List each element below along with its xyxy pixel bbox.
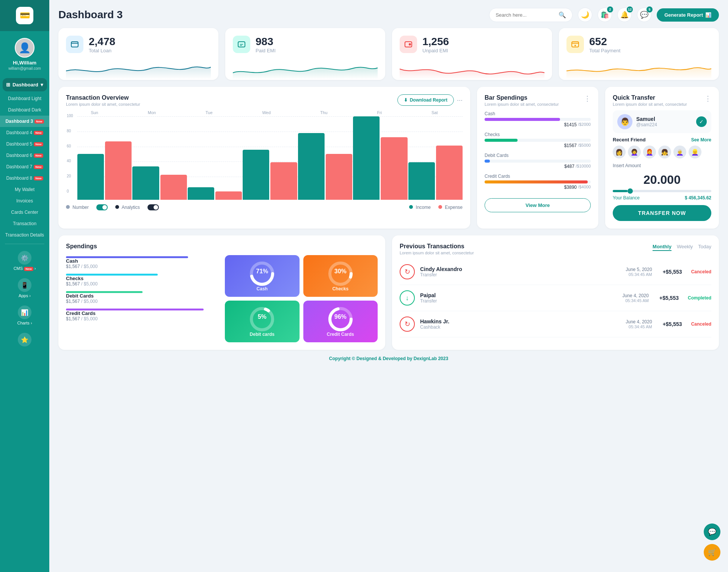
bar-mon-coral: [160, 175, 187, 200]
sidebar-item-transaction[interactable]: Transaction: [0, 218, 49, 229]
sidebar: 💳 👤 Hi,William william@gmail.com ⊞ Dashb…: [0, 0, 49, 572]
bottom-grid: Spendings Cash $1,567 / $5,000 Checks $1…: [58, 235, 719, 350]
transfer-now-button[interactable]: TRANSFER NOW: [613, 205, 711, 221]
bar-group-wed: [243, 116, 297, 200]
donut-debit-pct: 5%: [258, 313, 267, 320]
moon-icon: 🌙: [581, 11, 589, 19]
tab-monthly[interactable]: Monthly: [653, 243, 672, 251]
donut-cards-grid: 71% Cash 30% Checks: [225, 255, 378, 342]
number-toggle[interactable]: [96, 204, 108, 210]
generate-label: Generate Report: [664, 12, 703, 18]
analytics-toggle[interactable]: [147, 204, 159, 210]
donut-cash-pct: 71%: [256, 268, 268, 275]
chat-btn[interactable]: 💬 5: [637, 8, 651, 22]
trans-date-cindy: June 5, 2020 05:34:45 AM: [626, 267, 652, 277]
debit-bar-fill: [485, 160, 490, 163]
see-more-link[interactable]: See More: [691, 137, 711, 143]
balance-label: Your Balance: [613, 195, 640, 201]
unpaid-emi-icon: [400, 36, 417, 53]
sidebar-item-dashboard-4[interactable]: Dashboard 4 New: [0, 127, 49, 138]
total-loan-icon: [66, 36, 83, 53]
balance-value: $ 456,345.62: [685, 195, 711, 201]
sidebar-item-dashboard-6[interactable]: Dashboard 6 New: [0, 150, 49, 161]
sidebar-item-cms[interactable]: ⚙️ CMS New ›: [3, 247, 47, 274]
chat-icon: 💬: [640, 11, 648, 19]
total-payment-value: 652: [589, 36, 620, 48]
more-options-btn[interactable]: ···: [457, 96, 463, 104]
dashboard-toggle-btn[interactable]: ⊞ Dashboard ▾: [3, 78, 47, 91]
bs-more-btn[interactable]: ⋮: [584, 94, 591, 103]
analytics-legend: Analytics: [115, 205, 140, 210]
total-payment-label: Total Payment: [589, 48, 620, 53]
slider-thumb: [628, 188, 633, 194]
donut-credit: 96% Credit Cards: [303, 301, 378, 342]
donut-credit-label: Credit Cards: [327, 332, 354, 337]
trans-status-cindy: Canceled: [691, 269, 711, 274]
sidebar-item-charts[interactable]: 📊 Charts ›: [3, 302, 47, 329]
tab-today[interactable]: Today: [698, 243, 711, 251]
view-more-button[interactable]: View More: [485, 198, 591, 212]
sidebar-item-invoices[interactable]: Invoices: [0, 195, 49, 207]
sidebar-user: 👤 Hi,William william@gmail.com: [8, 31, 41, 74]
sidebar-item-wallet[interactable]: My Wallet: [0, 184, 49, 195]
debit-bar-track: [485, 160, 591, 163]
trans-amount-cindy: +$5,553: [663, 269, 682, 275]
support-float-btn[interactable]: 💬: [704, 523, 720, 540]
grid-icon: ⊞: [6, 82, 10, 88]
search-bar: 🔍: [489, 8, 573, 22]
sidebar-item-transaction-details[interactable]: Transaction Details: [0, 229, 49, 241]
sidebar-item-dashboard-3[interactable]: Dashboard 3 New: [0, 116, 49, 127]
friend-4[interactable]: 👧: [658, 146, 671, 158]
avatar: 👤: [15, 38, 35, 58]
pt-header: Previous Transactions Lorem ipsum dolor …: [400, 243, 711, 255]
sidebar-item-dashboard-8[interactable]: Dashboard 8 New: [0, 172, 49, 184]
qt-more-btn[interactable]: ⋮: [704, 94, 711, 103]
credit-amount: $3890 /$4000: [485, 185, 591, 190]
spendings-title: Spendings: [66, 243, 378, 250]
tab-weekly[interactable]: Weekly: [677, 243, 693, 251]
bell-btn[interactable]: 🔔 12: [617, 8, 632, 22]
moon-btn[interactable]: 🌙: [578, 8, 592, 22]
credit-bar-fill: [485, 180, 588, 183]
balance-row: Your Balance $ 456,345.62: [613, 195, 711, 201]
friend-6[interactable]: 👱‍♀️: [689, 146, 701, 158]
checks-bar-fill: [485, 139, 518, 142]
bar-fri-teal: [353, 116, 380, 200]
sidebar-item-favorites[interactable]: ⭐: [3, 329, 47, 352]
sidebar-item-dashboard-5[interactable]: Dashboard 5 New: [0, 138, 49, 150]
bar-group-thu: [298, 116, 352, 200]
page-title: Dashboard 3: [58, 9, 123, 21]
search-input[interactable]: [496, 12, 555, 18]
sidebar-item-dashboard-light[interactable]: Dashboard Light: [0, 93, 49, 104]
sidebar-item-cards[interactable]: Cards Center: [0, 207, 49, 218]
insert-amount-label: Insert Amount: [613, 163, 711, 168]
previous-transactions-card: Previous Transactions Lorem ipsum dolor …: [392, 235, 719, 350]
bar-group-sat: [408, 116, 463, 200]
generate-report-button[interactable]: Generate Report 📊: [657, 8, 719, 22]
sidebar-item-apps[interactable]: 📱 Apps ›: [3, 274, 47, 302]
donut-credit-pct: 96%: [334, 313, 347, 320]
stat-total-loan: 2,478 Total Loan: [58, 28, 218, 80]
qt-user-handle: @sam224: [636, 122, 657, 127]
paid-emi-value: 983: [256, 36, 276, 48]
cat-checks: Checks $1,567 / $5,000: [66, 274, 219, 287]
bar-sat-coral: [436, 146, 463, 200]
sidebar-item-dashboard-dark[interactable]: Dashboard Dark: [0, 104, 49, 116]
amount-slider[interactable]: [613, 190, 711, 192]
friend-1[interactable]: 👩: [613, 146, 626, 158]
friend-5[interactable]: 👩‍🦳: [673, 146, 686, 158]
download-report-button[interactable]: ⬇ Download Report: [397, 94, 454, 106]
bar-wed-teal: [243, 150, 269, 200]
debit-label: Debit Cards: [485, 153, 591, 158]
cash-amount: $1415 /$2000: [485, 122, 591, 127]
stat-unpaid-emi: 1,256 Unpaid EMI: [392, 28, 552, 80]
qt-user-avatar: 👨: [617, 114, 632, 129]
friend-2[interactable]: 👩‍🦱: [628, 146, 641, 158]
total-loan-label: Total Loan: [89, 48, 115, 53]
cart-btn[interactable]: 🛍️ 2: [598, 8, 612, 22]
sidebar-item-dashboard-7[interactable]: Dashboard 7 New: [0, 161, 49, 172]
cart-float-btn[interactable]: 🛒: [704, 544, 720, 561]
friend-3[interactable]: 👩‍🦰: [643, 146, 656, 158]
bar-spendings-card: Bar Spendings Lorem ipsum dolor sit amet…: [477, 87, 598, 229]
trans-amount-paipal: +$5,553: [659, 295, 679, 301]
